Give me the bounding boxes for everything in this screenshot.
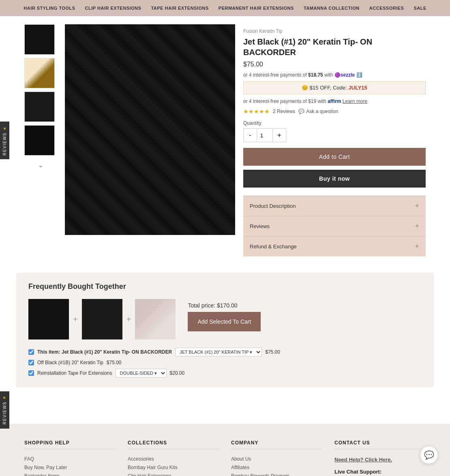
thumbnail-1[interactable] [24, 24, 55, 55]
ask-question-btn[interactable]: 💬 Ask a question [298, 109, 338, 114]
nav-sale[interactable]: Sale [414, 6, 426, 11]
accordion-product-description-plus: + [415, 202, 419, 210]
accordion-refund-label: Refund & Exchange [250, 243, 297, 250]
fbt-plus-2: + [126, 315, 131, 324]
accordion-refund-header[interactable]: Refund & Exchange + [243, 237, 426, 256]
footer-shopping-help: Shopping Help FAQ Buy Now, Pay Later Bac… [24, 440, 116, 476]
footer-company: Company About Us Affiliates Bombay Rewar… [231, 440, 322, 476]
fbt-item-3-label: Reinstallation Tape For Extensions [37, 370, 112, 376]
qty-minus-btn[interactable]: - [244, 129, 257, 142]
footer-grid: Shopping Help FAQ Buy Now, Pay Later Bac… [24, 440, 426, 476]
qty-input[interactable] [257, 129, 273, 142]
thumbnail-4[interactable] [24, 125, 55, 156]
accordion-product-description: Product Description + [243, 196, 426, 216]
product-title: Jet Black (#1) 20" Keratin Tip- ON BACKO… [243, 36, 426, 58]
affirm-learn-more[interactable]: Learn more [343, 98, 367, 104]
thumbnail-3[interactable] [24, 92, 55, 122]
footer-link-affiliates[interactable]: Affiliates [231, 465, 249, 470]
footer-link-buy-now[interactable]: Buy Now, Pay Later [24, 465, 67, 470]
add-to-cart-button[interactable]: Add to Cart [243, 148, 426, 166]
reviews-star-2: ★ [2, 395, 7, 400]
sezzle-info-icon[interactable]: ℹ️ [356, 72, 362, 78]
thumbnail-2[interactable] [24, 58, 55, 88]
nav-accessories[interactable]: Accessories [369, 6, 404, 11]
footer-shopping-help-heading: Shopping Help [24, 440, 116, 449]
footer-contact-heading: Contact Us [334, 440, 426, 449]
main-image-inner [65, 24, 235, 235]
reviews-side-tab-2[interactable]: ★ REVIEWS [0, 391, 9, 429]
reviews-side-tab[interactable]: ★ REVIEWS [0, 122, 9, 159]
fbt-item-2-label: Off Black (#1B) 20" Keratin Tip [37, 360, 103, 365]
chat-icon-small: 💬 [298, 109, 304, 114]
footer-collections-list: Accessories Bombay Hair Guru Kits Clip H… [128, 456, 219, 476]
footer-link-accessories[interactable]: Accessories [128, 456, 154, 462]
footer-link-clip-hair[interactable]: Clip Hair Extensions [128, 473, 171, 476]
buy-now-button[interactable]: Buy it now [243, 170, 426, 188]
fbt-add-selected-btn[interactable]: Add Selected To Cart [188, 312, 261, 331]
fbt-item-3-select[interactable]: DOUBLE-SIDED ▾ [116, 369, 167, 378]
product-info: Fusion Keratin Tip Jet Black (#1) 20" Ke… [243, 24, 426, 260]
accordion-reviews-plus: + [415, 222, 419, 231]
fbt-item-1-select[interactable]: JET BLACK (#1) 20" KERATIN TIP ▾ [175, 348, 262, 356]
thumbnail-chevron-down[interactable]: ⌄ [24, 159, 57, 171]
fbt-product-1[interactable] [28, 299, 69, 339]
nav-clip-hair[interactable]: Clip Hair Extensions [85, 6, 141, 11]
reviews-count[interactable]: 2 Reviews [273, 109, 295, 114]
fbt-checkbox-2[interactable] [28, 360, 34, 365]
sezzle-amount: $18.75 [308, 72, 323, 78]
thumbnail-gallery: ⌄ [24, 24, 57, 260]
chat-bubble-icon: 💬 [424, 450, 434, 460]
fbt-title: Frequently Bought Together [28, 282, 422, 291]
fbt-right: Total price: $170.00 Add Selected To Car… [188, 299, 261, 331]
accordion-product-description-header[interactable]: Product Description + [243, 196, 426, 216]
fbt-checkbox-1[interactable] [28, 349, 34, 355]
nav-tamanna[interactable]: Tamanna Collection [304, 6, 360, 11]
fbt-product-3[interactable] [135, 299, 176, 339]
footer-link-backorder[interactable]: Backorder Items [24, 473, 60, 476]
footer-need-help[interactable]: Need Help? Click Here. [334, 456, 426, 464]
side-star-icon: ★ [2, 126, 7, 131]
fbt-products: + + [28, 299, 176, 339]
reviews-tab-label: REVIEWS [2, 132, 7, 156]
footer-collections: Collections Accessories Bombay Hair Guru… [128, 440, 219, 476]
fbt-item-3: Reinstallation Tape For Extensions DOUBL… [28, 369, 422, 378]
product-price: $75.00 [243, 61, 426, 68]
sezzle-line: or 4 interest-free payments of $18.75 wi… [243, 72, 426, 78]
sezzle-suffix: with [324, 72, 333, 78]
affirm-line: or 4 interest-free payments of $19 with … [243, 98, 426, 104]
fbt-item-1: This item: Jet Black (#1) 20" Keratin Ti… [28, 348, 422, 356]
promo-emoji: 😊 [302, 85, 308, 91]
fbt-total-label: Total price: [188, 302, 215, 309]
footer-link-about[interactable]: About Us [231, 456, 251, 462]
ask-question-label: Ask a question [306, 109, 338, 114]
fbt-total: Total price: $170.00 [188, 299, 237, 309]
nav-tape-hair[interactable]: Tape Hair Extensions [151, 6, 208, 11]
footer: Shopping Help FAQ Buy Now, Pay Later Bac… [0, 424, 450, 476]
nav-hair-styling[interactable]: Hair Styling Tools [24, 6, 75, 11]
accordion-refund: Refund & Exchange + [243, 236, 426, 256]
fbt-item-1-label: This item: Jet Black (#1) 20" Keratin Ti… [37, 349, 172, 355]
fbt-items-list: This item: Jet Black (#1) 20" Keratin Ti… [28, 348, 422, 378]
affirm-text: or 4 interest-free payments of $19 with [243, 98, 326, 104]
reviews-tab-2-spacer: ★ REVIEWS [0, 391, 450, 416]
chat-bubble[interactable]: 💬 [420, 446, 438, 464]
reviews-line: ★★★★★ 2 Reviews 💬 Ask a question [243, 108, 426, 115]
product-subtitle: Fusion Keratin Tip [243, 28, 426, 34]
fbt-total-price: $170.00 [217, 302, 238, 309]
fbt-plus-1: + [73, 315, 78, 324]
nav-permanent-hair[interactable]: Permanent Hair Extensions [219, 6, 294, 11]
qty-plus-btn[interactable]: + [273, 129, 286, 142]
fbt-checkbox-3[interactable] [28, 370, 34, 376]
footer-need-help-link[interactable]: Need Help? Click Here. [334, 457, 392, 463]
fbt-product-2[interactable] [82, 299, 122, 339]
accordion-reviews-header[interactable]: Reviews + [243, 216, 426, 236]
sezzle-text: or 4 interest-free payments of [243, 72, 307, 78]
footer-live-chat-label: Live Chat Support: [334, 468, 426, 476]
footer-link-rewards[interactable]: Bombay Rewards Program [231, 473, 289, 476]
footer-link-guru-kits[interactable]: Bombay Hair Guru Kits [128, 465, 178, 470]
promo-text: $15 OFF, Code: [310, 85, 347, 91]
quantity-control: - + [243, 128, 286, 142]
footer-company-list: About Us Affiliates Bombay Rewards Progr… [231, 456, 322, 476]
footer-link-faq[interactable]: FAQ [24, 456, 34, 462]
star-rating: ★★★★★ [243, 108, 270, 115]
